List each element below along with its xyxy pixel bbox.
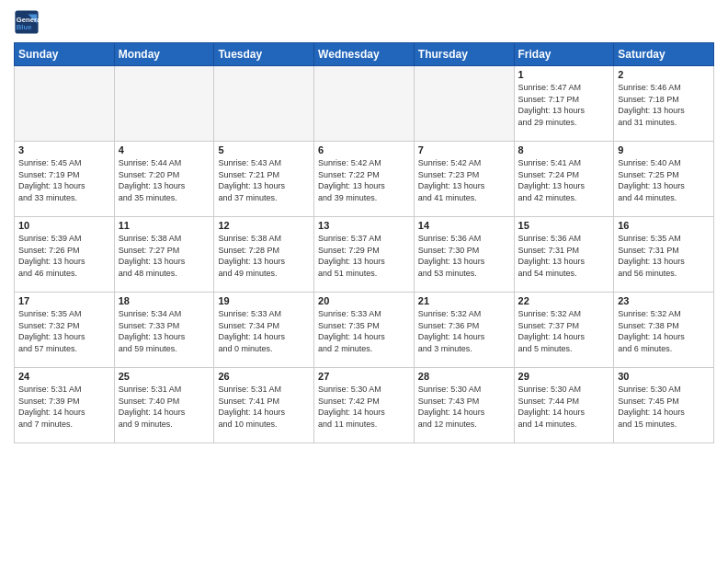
calendar-cell: 9Sunrise: 5:40 AM Sunset: 7:25 PM Daylig… <box>614 142 714 217</box>
day-info: Sunrise: 5:32 AM Sunset: 7:38 PM Dayligh… <box>618 308 710 354</box>
calendar-cell: 16Sunrise: 5:35 AM Sunset: 7:31 PM Dayli… <box>614 217 714 293</box>
day-info: Sunrise: 5:33 AM Sunset: 7:34 PM Dayligh… <box>218 308 310 354</box>
calendar-cell: 20Sunrise: 5:33 AM Sunset: 7:35 PM Dayli… <box>314 293 415 368</box>
calendar-cell <box>15 66 115 142</box>
calendar-cell: 26Sunrise: 5:31 AM Sunset: 7:41 PM Dayli… <box>214 368 314 443</box>
calendar-cell: 11Sunrise: 5:38 AM Sunset: 7:27 PM Dayli… <box>114 217 214 293</box>
day-info: Sunrise: 5:45 AM Sunset: 7:19 PM Dayligh… <box>18 157 110 203</box>
day-number: 16 <box>618 220 710 231</box>
calendar-cell: 21Sunrise: 5:32 AM Sunset: 7:36 PM Dayli… <box>414 293 514 368</box>
calendar-cell: 14Sunrise: 5:36 AM Sunset: 7:30 PM Dayli… <box>414 217 514 293</box>
day-info: Sunrise: 5:40 AM Sunset: 7:25 PM Dayligh… <box>618 157 710 203</box>
day-info: Sunrise: 5:33 AM Sunset: 7:35 PM Dayligh… <box>318 308 410 354</box>
calendar-cell: 3Sunrise: 5:45 AM Sunset: 7:19 PM Daylig… <box>15 142 115 217</box>
page: General Blue SundayMondayTuesdayWednesda… <box>0 0 728 563</box>
day-info: Sunrise: 5:36 AM Sunset: 7:31 PM Dayligh… <box>518 233 610 279</box>
calendar-cell: 17Sunrise: 5:35 AM Sunset: 7:32 PM Dayli… <box>15 293 115 368</box>
day-info: Sunrise: 5:32 AM Sunset: 7:37 PM Dayligh… <box>518 308 610 354</box>
day-info: Sunrise: 5:30 AM Sunset: 7:42 PM Dayligh… <box>318 384 410 430</box>
calendar-header-thursday: Thursday <box>414 43 514 66</box>
day-info: Sunrise: 5:41 AM Sunset: 7:24 PM Dayligh… <box>518 157 610 203</box>
calendar-table: SundayMondayTuesdayWednesdayThursdayFrid… <box>14 42 714 443</box>
day-info: Sunrise: 5:37 AM Sunset: 7:29 PM Dayligh… <box>318 233 410 279</box>
calendar-cell: 2Sunrise: 5:46 AM Sunset: 7:18 PM Daylig… <box>614 66 714 142</box>
day-number: 22 <box>518 295 610 306</box>
day-number: 26 <box>218 371 310 382</box>
logo: General Blue <box>14 9 40 35</box>
svg-text:Blue: Blue <box>17 23 32 31</box>
calendar-cell: 10Sunrise: 5:39 AM Sunset: 7:26 PM Dayli… <box>15 217 115 293</box>
calendar-header-monday: Monday <box>114 43 214 66</box>
day-number: 23 <box>618 295 710 306</box>
day-number: 9 <box>618 144 710 155</box>
calendar-cell: 25Sunrise: 5:31 AM Sunset: 7:40 PM Dayli… <box>114 368 214 443</box>
day-info: Sunrise: 5:30 AM Sunset: 7:43 PM Dayligh… <box>418 384 510 430</box>
calendar-cell: 22Sunrise: 5:32 AM Sunset: 7:37 PM Dayli… <box>514 293 614 368</box>
calendar-cell <box>414 66 514 142</box>
calendar-cell: 7Sunrise: 5:42 AM Sunset: 7:23 PM Daylig… <box>414 142 514 217</box>
day-number: 18 <box>119 295 210 306</box>
calendar-cell: 12Sunrise: 5:38 AM Sunset: 7:28 PM Dayli… <box>214 217 314 293</box>
calendar-cell: 15Sunrise: 5:36 AM Sunset: 7:31 PM Dayli… <box>514 217 614 293</box>
logo-icon: General Blue <box>14 9 40 35</box>
day-info: Sunrise: 5:31 AM Sunset: 7:39 PM Dayligh… <box>18 384 110 430</box>
day-number: 13 <box>318 220 410 231</box>
calendar-week-2: 3Sunrise: 5:45 AM Sunset: 7:19 PM Daylig… <box>15 142 714 217</box>
day-number: 25 <box>119 371 210 382</box>
day-info: Sunrise: 5:32 AM Sunset: 7:36 PM Dayligh… <box>418 308 510 354</box>
day-number: 2 <box>618 69 710 80</box>
calendar-cell: 1Sunrise: 5:47 AM Sunset: 7:17 PM Daylig… <box>514 66 614 142</box>
day-info: Sunrise: 5:38 AM Sunset: 7:27 PM Dayligh… <box>119 233 210 279</box>
day-number: 14 <box>418 220 510 231</box>
calendar-cell: 13Sunrise: 5:37 AM Sunset: 7:29 PM Dayli… <box>314 217 415 293</box>
day-info: Sunrise: 5:44 AM Sunset: 7:20 PM Dayligh… <box>119 157 210 203</box>
day-number: 27 <box>318 371 410 382</box>
calendar-header-sunday: Sunday <box>15 43 115 66</box>
calendar-week-1: 1Sunrise: 5:47 AM Sunset: 7:17 PM Daylig… <box>15 66 714 142</box>
day-info: Sunrise: 5:31 AM Sunset: 7:41 PM Dayligh… <box>218 384 310 430</box>
day-number: 6 <box>318 144 410 155</box>
calendar-cell: 18Sunrise: 5:34 AM Sunset: 7:33 PM Dayli… <box>114 293 214 368</box>
header: General Blue <box>14 9 714 35</box>
day-info: Sunrise: 5:47 AM Sunset: 7:17 PM Dayligh… <box>518 82 610 128</box>
day-number: 19 <box>218 295 310 306</box>
day-number: 7 <box>418 144 510 155</box>
day-number: 24 <box>18 371 110 382</box>
calendar-header-wednesday: Wednesday <box>314 43 415 66</box>
calendar-cell: 29Sunrise: 5:30 AM Sunset: 7:44 PM Dayli… <box>514 368 614 443</box>
day-number: 5 <box>218 144 310 155</box>
day-info: Sunrise: 5:39 AM Sunset: 7:26 PM Dayligh… <box>18 233 110 279</box>
calendar-cell: 23Sunrise: 5:32 AM Sunset: 7:38 PM Dayli… <box>614 293 714 368</box>
day-number: 29 <box>518 371 610 382</box>
day-info: Sunrise: 5:42 AM Sunset: 7:22 PM Dayligh… <box>318 157 410 203</box>
svg-text:General: General <box>17 16 40 24</box>
calendar-header-friday: Friday <box>514 43 614 66</box>
day-number: 15 <box>518 220 610 231</box>
day-number: 8 <box>518 144 610 155</box>
calendar-cell <box>214 66 314 142</box>
calendar-cell: 4Sunrise: 5:44 AM Sunset: 7:20 PM Daylig… <box>114 142 214 217</box>
day-info: Sunrise: 5:34 AM Sunset: 7:33 PM Dayligh… <box>119 308 210 354</box>
calendar-header-row: SundayMondayTuesdayWednesdayThursdayFrid… <box>15 43 714 66</box>
calendar-cell: 28Sunrise: 5:30 AM Sunset: 7:43 PM Dayli… <box>414 368 514 443</box>
day-info: Sunrise: 5:42 AM Sunset: 7:23 PM Dayligh… <box>418 157 510 203</box>
day-info: Sunrise: 5:30 AM Sunset: 7:45 PM Dayligh… <box>618 384 710 430</box>
day-number: 3 <box>18 144 110 155</box>
day-info: Sunrise: 5:46 AM Sunset: 7:18 PM Dayligh… <box>618 82 710 128</box>
calendar-cell: 8Sunrise: 5:41 AM Sunset: 7:24 PM Daylig… <box>514 142 614 217</box>
calendar-week-4: 17Sunrise: 5:35 AM Sunset: 7:32 PM Dayli… <box>15 293 714 368</box>
day-info: Sunrise: 5:35 AM Sunset: 7:31 PM Dayligh… <box>618 233 710 279</box>
calendar-cell: 5Sunrise: 5:43 AM Sunset: 7:21 PM Daylig… <box>214 142 314 217</box>
day-number: 28 <box>418 371 510 382</box>
calendar-cell <box>314 66 415 142</box>
day-number: 20 <box>318 295 410 306</box>
calendar-cell: 27Sunrise: 5:30 AM Sunset: 7:42 PM Dayli… <box>314 368 415 443</box>
day-number: 17 <box>18 295 110 306</box>
calendar-week-3: 10Sunrise: 5:39 AM Sunset: 7:26 PM Dayli… <box>15 217 714 293</box>
day-number: 11 <box>119 220 210 231</box>
calendar-week-5: 24Sunrise: 5:31 AM Sunset: 7:39 PM Dayli… <box>15 368 714 443</box>
calendar-cell: 30Sunrise: 5:30 AM Sunset: 7:45 PM Dayli… <box>614 368 714 443</box>
day-info: Sunrise: 5:38 AM Sunset: 7:28 PM Dayligh… <box>218 233 310 279</box>
day-info: Sunrise: 5:30 AM Sunset: 7:44 PM Dayligh… <box>518 384 610 430</box>
calendar-cell: 24Sunrise: 5:31 AM Sunset: 7:39 PM Dayli… <box>15 368 115 443</box>
